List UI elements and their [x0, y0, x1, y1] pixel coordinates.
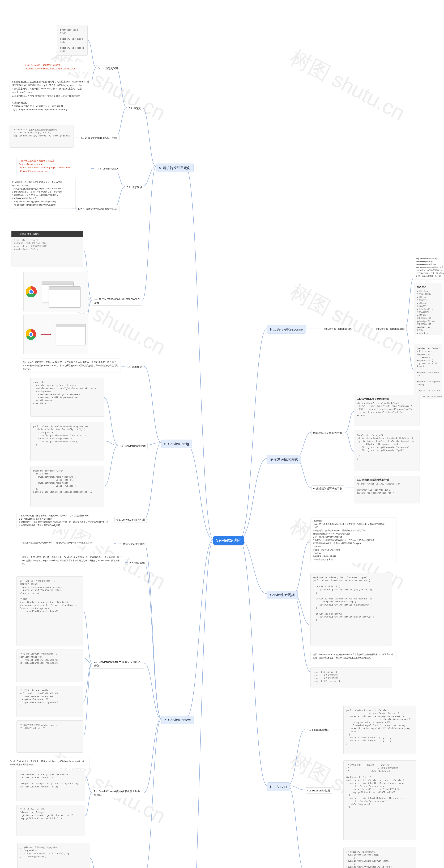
chrome-icon: [26, 286, 37, 298]
note-redirect-bullets: 1.浏览器地址栏发生变化显示个页面的地址，比如重置login_success.h…: [9, 78, 92, 113]
node-forward[interactable]: 5.2. 请求转发: [125, 184, 144, 190]
leaf-url-link: 2.2. url超链接发送请求的示例 <a href="/user?id=100…: [354, 476, 420, 503]
node-http-servlet-concept[interactable]: 4.1. HttpServlet概述: [305, 727, 332, 733]
illus-forward: [24, 314, 88, 354]
node-redirect-feature[interactable]: 5.1.2. 重定向redirect方法的特点: [79, 135, 119, 141]
branch-dispatch[interactable]: 5. 请求转发和重定向: [156, 163, 194, 172]
node-config-use[interactable]: 6.2. ServletConfig使用: [118, 443, 147, 449]
branch-http-servlet[interactable]: HttpServlet: [267, 782, 290, 791]
leaf-lifecycle-code: @WebServlet(value="/life", loadOnStartup…: [310, 573, 392, 646]
note-lifecycle-foot: 提示：load-on-startup 值较小的Servlet会在容器启动时优先创…: [310, 651, 397, 661]
chrome-icon: [26, 329, 36, 340]
branch-http-servlet-response[interactable]: HttpServletResponse: [267, 325, 306, 334]
node-http-servlet-process[interactable]: 4.2. HttpServlet过程: [305, 787, 332, 794]
leaf-redirect-feature: // request 中存放的数据在重定向后无法读取 req.setAttrib…: [9, 125, 74, 148]
watermark: 树图 shutu.cn: [285, 278, 410, 362]
leaf-http-servlet-full: // HttpServlet 完整继承链 javax.servlet.Servl…: [343, 847, 416, 868]
node-forward-feature[interactable]: 5.2.2. 请求转发forward方法的特点: [76, 206, 119, 212]
leaf-context-global-4: // 注解方式无法配置 context-param // 只能写在 web.xm…: [16, 720, 83, 752]
leaf-config-xml: <servlet> <servlet-name>cfg</servlet-nam…: [30, 378, 104, 416]
leaf-status-404: HTTP Status 404 - 未找到 type Status report…: [11, 231, 83, 267]
node-config-concept[interactable]: 6.1. 基本概念: [125, 364, 144, 370]
branch-servlet-config[interactable]: 6. ServletConfig: [161, 439, 192, 448]
node-context-role[interactable]: 7.2. 如何获得: [128, 560, 147, 566]
leaf-form-servlet: @WebServlet("/login") public class Login…: [354, 431, 420, 471]
node-context-data[interactable]: 7.4. ServletContext使用·获取设置全局共享数据: [92, 788, 144, 798]
note-config-role: 1. 在启动时/运行（服务器开发）时初始一个（第一次），并且是容器存下来。 2.…: [16, 512, 112, 529]
node-redirect[interactable]: 5.1. 重定向: [127, 105, 143, 111]
node-response-intro[interactable]: HttpServletResponse简介: [321, 326, 354, 332]
leaf-response-sample: @WebServlet("/resp") public class RespSe…: [414, 344, 442, 399]
note-context-data: ServletContext 也是一个域对象，可以 setAttribute /…: [8, 758, 90, 768]
node-config-role[interactable]: 6.3. ServletConfig的作用: [114, 517, 147, 523]
note-forward-bullets: 1. 浏览器地址栏并不发生变化和请求转发，但是的页面login_success.…: [9, 179, 76, 209]
root-node[interactable]: Servlet02-进阶: [213, 536, 244, 545]
leaf-http-servlet-process: // 浏览器请求 → Tomcat → service() // ↓ 根据请求方…: [343, 761, 416, 840]
node-context-concept[interactable]: 7.1. ServletContext概念: [116, 541, 147, 547]
node-forward-method[interactable]: 5.2.1. 请求转发写法: [94, 166, 121, 172]
leaf-context-data-get: // 另一个 Servlet 读取 Integer c = (Integer) …: [16, 805, 85, 836]
leaf-redirect-tiny-code: protected void doGet( HttpServletRequest…: [57, 25, 88, 56]
leaf-lifecycle-log: servlet 初始化 init() service 每次请求都调用 servi…: [310, 668, 392, 687]
leaf-context-data-set: ServletContext ctx = getServletContext()…: [16, 770, 85, 801]
leaf-context-global-3: // 也可在 Listener 中读取 public void contextI…: [16, 686, 83, 717]
branch-lifecycle[interactable]: Servlet生命周期: [267, 591, 298, 599]
branch-servlet-context[interactable]: 7. ServletContext: [161, 716, 194, 724]
leaf-http-servlet-concept: public abstract class HttpServlet extend…: [343, 706, 416, 754]
node-url-link[interactable]: url超链接发送请求的示例: [311, 485, 344, 492]
illus-redirect: [24, 272, 88, 312]
svg-marker-1: [50, 333, 51, 335]
leaf-response-methods-table: 方法说明 setStatus 设置响应状态码 setHeader 设置响应头 a…: [414, 283, 442, 335]
leaf-context-global-2: // 在任意 Servlet 中都能取到同一份 ServletContext c…: [16, 649, 83, 682]
leaf-context-global-xml: <!-- web.xml 全局初始化参数 --> <context-param>…: [16, 576, 83, 646]
node-response-concept[interactable]: HttpServletResponse概念: [373, 326, 407, 332]
leaf-form-html: 2.1. form表单提交数据的示例 <form action="/login"…: [354, 395, 420, 426]
note-context-concept: 相对第一仅指属于某个具体Servlet。因为某个共同属住一个WEB应用程序中。: [20, 539, 114, 546]
note-response-intro: HttpServletResponse继承了ServletResponse接口，…: [414, 255, 444, 280]
leaf-context-path-1: // 获取 web 应用在磁盘上的真实路径 String real = getS…: [18, 843, 90, 868]
note-context-role: 假设是一个Web应用，那么第一个容器对象，ServletContext应用唯一的…: [20, 554, 125, 567]
node-form-submit[interactable]: form表单提交数据的示例: [311, 430, 344, 436]
branch-response-push[interactable]: 响应发送请求方式: [267, 455, 301, 464]
node-redirect-method[interactable]: 5.1.1. 重定向写法: [96, 65, 121, 71]
watermark: 树图 shutu.cn: [285, 43, 410, 127]
node-context-global[interactable]: 7.3. ServletContext使用·获取全局初始化参数: [92, 659, 144, 669]
note-forward-code: // 请求转发的写法：需要转移到位置 RequestDispatcher rd …: [16, 157, 91, 175]
leaf-config-get: public class CfgServlet extends HttpServ…: [30, 422, 104, 461]
node-dispatch-vs[interactable]: 5.3. 重定向redirect和请求转发forward的比较: [92, 296, 142, 306]
note-config-concept: Servlet运行需要参数，在Servlet规范中，允许为每个Servlet都配…: [21, 359, 121, 373]
note-redirect-code: // 核心写的写法：需要带转移到位置 response.sendRedirect…: [23, 62, 92, 72]
leaf-config-anno: @WebServlet(value="/cfg", initParams={ @…: [30, 466, 104, 507]
note-lifecycle-bullets: • 生命概念 Servlet的生命周期由由web容器/服务器来管理，项目Serv…: [310, 517, 397, 563]
